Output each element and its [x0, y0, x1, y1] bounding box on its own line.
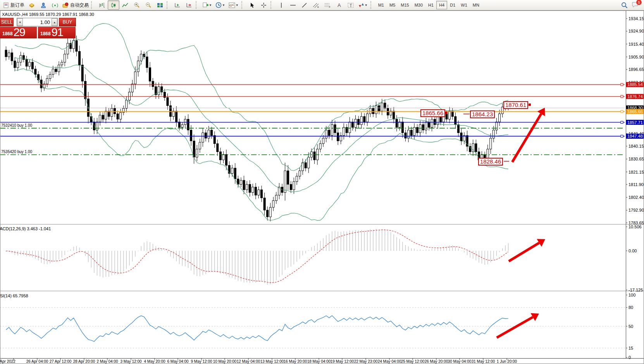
vertical-line-tool[interactable] — [276, 0, 287, 10]
date-tick-label: 1 Jun 20:00 — [497, 359, 517, 364]
buy-price-display[interactable]: 1868 91 — [38, 27, 76, 38]
date-tick-label: 6 May 04:00 — [167, 359, 188, 364]
trendline-tool[interactable] — [299, 0, 310, 10]
rsi-axis-label: 100 — [629, 293, 635, 297]
lot-decrease-button[interactable]: ▼ — [17, 18, 23, 26]
tab-timeframe-d1[interactable]: D1 — [447, 1, 458, 9]
horizontal-line-tool[interactable] — [287, 0, 299, 10]
macd-axis-label: -17.125 — [629, 288, 643, 292]
tab-timeframe-m15[interactable]: M15 — [398, 1, 412, 9]
buy-price-small: 1868 — [40, 31, 51, 36]
fibonacci-icon: F — [324, 2, 331, 8]
open-position-caption: 7532410 buy 1.00 — [1, 123, 33, 128]
zoom-out-icon — [145, 2, 152, 8]
signals-button[interactable] — [49, 0, 61, 10]
cursor-button[interactable] — [246, 0, 258, 10]
svg-text:1865.66: 1865.66 — [627, 109, 643, 114]
channel-tool[interactable]: E — [310, 0, 322, 10]
price-tick-label: 1802.40 — [629, 195, 644, 200]
auto-scroll-button[interactable] — [172, 0, 183, 10]
indicators-icon — [229, 2, 235, 8]
text-tool[interactable]: A — [334, 0, 345, 10]
chart-window-frame — [0, 11, 644, 364]
rsi-label: RSI(14) 65.7958 — [0, 293, 28, 298]
lot-stepper: ▼ ▲ — [17, 18, 58, 26]
date-tick-label: 31 May 12:00 — [472, 359, 495, 364]
svg-text:F: F — [329, 6, 331, 8]
auto-scroll-icon — [174, 2, 181, 8]
tab-timeframe-w1[interactable]: W1 — [458, 1, 470, 9]
chart-candles-button[interactable] — [108, 0, 119, 10]
lot-increase-button[interactable]: ▲ — [52, 18, 57, 26]
new-order-icon — [3, 2, 9, 8]
zoom-out-button[interactable] — [143, 0, 154, 10]
price-callout[interactable]: 1864.23 — [470, 110, 495, 118]
rsi-axis-label: 50 — [629, 324, 633, 329]
svg-text:E: E — [317, 6, 319, 8]
crosshair-button[interactable] — [258, 0, 270, 10]
new-order-button[interactable]: 新订单 — [2, 0, 26, 10]
lot-size-input[interactable] — [23, 18, 52, 26]
tile-windows-button[interactable] — [154, 0, 166, 10]
arrows-tool[interactable]: ▼ — [357, 0, 370, 10]
chart-bars-button[interactable] — [96, 0, 108, 10]
zoom-in-button[interactable] — [131, 0, 143, 10]
price-callout[interactable]: 1870.61 — [503, 101, 528, 109]
bollinger-band — [15, 23, 508, 171]
toolbar-grip — [196, 1, 199, 9]
date-tick-label: 4 May 20:00 — [144, 359, 165, 364]
date-tick-label: 25 May 12:00 — [401, 359, 425, 364]
bar-chart-icon — [99, 2, 105, 8]
tab-timeframe-mn[interactable]: MN — [470, 1, 482, 9]
indicators-button[interactable]: ▼ — [227, 0, 241, 10]
chart-canvas[interactable]: 7532410 buy 1.007535420 buy 1.001934.151… — [0, 10, 644, 364]
svg-text:A: A — [337, 2, 341, 8]
main-toolbar: 新订单 自动交易 — [0, 0, 644, 10]
trendline-icon — [301, 2, 307, 8]
chart-shift-button[interactable] — [183, 0, 195, 10]
date-tick-label: 2 May 04:00 — [96, 359, 118, 364]
tab-timeframe-m5[interactable]: M5 — [387, 1, 398, 9]
tab-timeframe-h1[interactable]: H1 — [425, 1, 436, 9]
toolbar-grip — [167, 1, 170, 9]
date-tick-label: 26 May 20:00 — [425, 359, 448, 364]
trend-arrow[interactable] — [497, 317, 533, 338]
auto-trading-label: 自动交易 — [70, 2, 89, 9]
rsi-axis-label: 0 — [629, 355, 631, 360]
tab-timeframe-h4[interactable]: H4 — [436, 1, 447, 9]
fibonacci-tool[interactable]: F — [322, 0, 334, 10]
sell-button[interactable]: SELL — [0, 18, 14, 26]
community-button[interactable] — [38, 0, 49, 10]
auto-trading-button[interactable]: 自动交易 — [61, 0, 90, 10]
sell-price-display[interactable]: 1868 29 — [0, 27, 37, 38]
text-label-tool[interactable]: T — [345, 0, 357, 10]
dropdown-caret: ▼ — [222, 3, 225, 7]
signals-sonar-icon — [52, 2, 58, 8]
sell-price-small: 1868 — [2, 31, 13, 36]
tab-timeframe-m1[interactable]: M1 — [375, 1, 387, 9]
toolbar-grip — [370, 1, 374, 9]
price-callout[interactable]: 1828.46 — [478, 158, 503, 166]
macd-label: MACD(12,26,9) 3.463 -1.041 — [0, 226, 51, 231]
new-order-label: 新订单 — [10, 2, 24, 9]
price-callout[interactable]: 1865.66 — [420, 109, 445, 117]
buy-button[interactable]: BUY — [59, 18, 76, 26]
date-tick-label: 30 May 04:00 — [448, 359, 472, 364]
chat-button[interactable]: 1 — [632, 2, 639, 9]
chart-line-button[interactable] — [119, 0, 131, 10]
new-chart-button[interactable]: ▼ — [201, 0, 214, 10]
autotrade-icon — [62, 2, 69, 8]
symbol-ohlc-header: XAUUSD-,H4 1869.55 1870.29 1867.91 1868.… — [2, 12, 94, 17]
trend-arrow[interactable] — [509, 243, 539, 261]
tab-timeframe-m30[interactable]: M30 — [412, 1, 425, 9]
price-tick-label: 1811.90 — [629, 182, 644, 187]
zoom-in-icon — [134, 2, 140, 8]
search-icon[interactable] — [621, 2, 628, 9]
equidistant-channel-icon: E — [313, 2, 319, 8]
buy-price-big: 91 — [52, 27, 63, 38]
periods-button[interactable]: ▼ — [214, 0, 227, 10]
sell-price-big: 29 — [14, 27, 25, 38]
mql-market-button[interactable] — [26, 0, 38, 10]
line-end-marker — [621, 83, 623, 86]
timeframe-bar: M1M5M15M30H1H4D1W1MN — [375, 1, 482, 9]
